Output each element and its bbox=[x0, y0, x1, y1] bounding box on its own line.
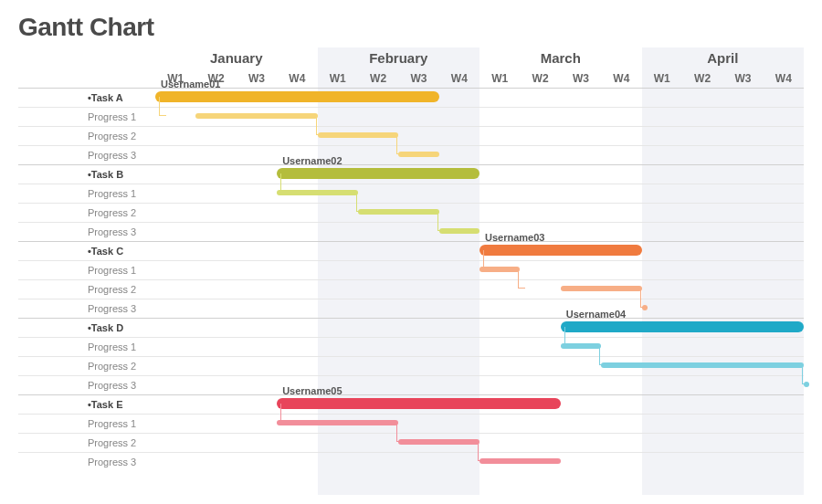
week-label: W1 bbox=[318, 69, 358, 88]
connector-line bbox=[159, 97, 166, 116]
task-bar bbox=[561, 321, 804, 332]
progress-bar bbox=[277, 190, 358, 195]
progress-bar bbox=[318, 132, 399, 138]
task-bar bbox=[155, 91, 439, 102]
username-label: Username02 bbox=[282, 155, 342, 166]
week-label: W3 bbox=[561, 69, 601, 88]
week-label: W4 bbox=[439, 69, 480, 88]
progress-label: Progress 1 bbox=[88, 108, 155, 127]
progress-label: Progress 3 bbox=[88, 453, 155, 472]
month-header: JanuaryFebruaryMarchApril bbox=[155, 47, 804, 69]
progress-label: Progress 2 bbox=[88, 204, 155, 223]
progress-label: Progress 3 bbox=[88, 223, 155, 242]
week-label: W1 bbox=[480, 69, 520, 88]
progress-label: Progress 1 bbox=[88, 415, 155, 434]
week-label: W2 bbox=[682, 69, 722, 88]
progress-label: Progress 1 bbox=[88, 261, 155, 280]
progress-bar bbox=[480, 458, 561, 464]
progress-label: Progress 3 bbox=[88, 146, 155, 165]
progress-bar bbox=[601, 362, 804, 368]
week-label: W3 bbox=[722, 69, 763, 88]
username-label: Username05 bbox=[282, 385, 342, 396]
progress-label: Progress 3 bbox=[88, 299, 155, 319]
gantt-chart: JanuaryFebruaryMarchApril W1W2W3W4W1W2W3… bbox=[18, 47, 804, 495]
task-bar bbox=[480, 245, 642, 256]
progress-bar bbox=[398, 439, 480, 445]
task-bar bbox=[277, 398, 561, 409]
week-label: W2 bbox=[520, 69, 560, 88]
progress-bar bbox=[561, 286, 642, 291]
progress-bar bbox=[804, 382, 809, 387]
month-label: March bbox=[480, 47, 642, 69]
month-label: January bbox=[155, 47, 318, 69]
progress-label: Progress 3 bbox=[88, 376, 155, 395]
username-label: Username04 bbox=[566, 309, 626, 320]
progress-label: Progress 2 bbox=[88, 434, 155, 453]
progress-bar bbox=[358, 209, 439, 215]
task-label: •Task B bbox=[88, 165, 155, 184]
chart-title: Gantt Chart bbox=[18, 13, 804, 42]
month-label: April bbox=[642, 47, 805, 69]
progress-bar bbox=[398, 152, 438, 157]
username-label: Username01 bbox=[161, 79, 220, 89]
task-label: •Task A bbox=[88, 89, 155, 108]
week-label: W4 bbox=[277, 69, 317, 88]
week-label: W4 bbox=[601, 69, 641, 88]
bars-layer: Username01Username02Username03Username04… bbox=[155, 88, 804, 495]
week-label: W1 bbox=[642, 69, 682, 88]
task-label: •Task C bbox=[88, 242, 155, 261]
week-label: W4 bbox=[764, 69, 804, 88]
month-label: February bbox=[318, 47, 480, 69]
progress-label: Progress 1 bbox=[88, 184, 155, 204]
progress-label: Progress 1 bbox=[88, 338, 155, 357]
progress-bar bbox=[561, 343, 601, 349]
task-label: •Task E bbox=[88, 395, 155, 415]
progress-bar bbox=[277, 420, 398, 425]
week-label: W3 bbox=[237, 69, 277, 88]
username-label: Username03 bbox=[485, 232, 544, 243]
task-bar bbox=[277, 168, 480, 179]
connector-line bbox=[518, 269, 525, 289]
progress-bar bbox=[480, 267, 520, 272]
week-label: W2 bbox=[358, 69, 398, 88]
task-label: •Task D bbox=[88, 319, 155, 338]
progress-bar bbox=[439, 228, 480, 234]
progress-label: Progress 2 bbox=[88, 127, 155, 146]
progress-label: Progress 2 bbox=[88, 357, 155, 376]
progress-bar bbox=[642, 305, 648, 310]
progress-bar bbox=[195, 113, 317, 119]
week-label: W3 bbox=[398, 69, 438, 88]
progress-label: Progress 2 bbox=[88, 280, 155, 299]
week-header: W1W2W3W4W1W2W3W4W1W2W3W4W1W2W3W4 bbox=[155, 69, 804, 88]
